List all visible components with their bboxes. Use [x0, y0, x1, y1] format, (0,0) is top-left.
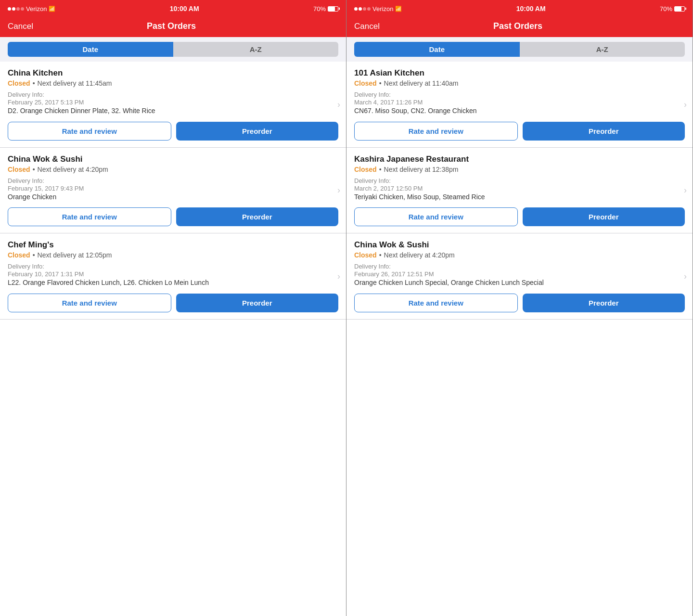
order-status-line: Closed • Next delivery at 11:45am: [8, 79, 338, 87]
order-name: China Wok & Sushi: [8, 154, 338, 164]
rate-and-review-button[interactable]: Rate and review: [354, 122, 518, 141]
segment-control: Date A-Z: [0, 37, 346, 62]
status-bar: Verizon 📶 10:00 AM 70%: [346, 0, 693, 17]
panel-right: Verizon 📶 10:00 AM 70% Cancel Past Order…: [346, 0, 693, 616]
next-delivery: Next delivery at 4:20pm: [38, 166, 108, 173]
order-actions: Rate and review Preorder: [354, 207, 685, 226]
delivery-info-label: Delivery Info:: [354, 263, 685, 270]
battery-icon: [328, 6, 338, 12]
next-delivery: Next delivery at 11:45am: [38, 79, 112, 87]
wifi-icon: 📶: [395, 6, 402, 12]
order-item: China Wok & Sushi Closed • Next delivery…: [346, 233, 693, 320]
order-name: Chef Ming's: [8, 240, 338, 250]
battery-percent: 70%: [660, 5, 672, 13]
signal-dot-4: [367, 7, 371, 11]
rate-and-review-button[interactable]: Rate and review: [354, 207, 518, 226]
order-name: 101 Asian Kitchen: [354, 68, 685, 78]
preorder-button[interactable]: Preorder: [523, 207, 685, 226]
chevron-right-icon: ›: [684, 185, 687, 195]
order-item: Kashira Japanese Restaurant Closed • Nex…: [346, 148, 693, 234]
preorder-button[interactable]: Preorder: [176, 122, 339, 141]
chevron-right-icon: ›: [337, 271, 340, 281]
status-right: 70%: [313, 5, 338, 13]
order-actions: Rate and review Preorder: [8, 122, 338, 141]
segment-date[interactable]: Date: [8, 42, 173, 57]
signal-dot-3: [16, 7, 20, 11]
preorder-button[interactable]: Preorder: [523, 294, 685, 312]
delivery-date: March 2, 2017 12:50 PM: [354, 185, 685, 192]
delivery-date: February 10, 2017 1:31 PM: [8, 270, 338, 278]
nav-bar: Cancel Past Orders: [0, 17, 346, 37]
preorder-button[interactable]: Preorder: [523, 122, 685, 141]
order-item: Chef Ming's Closed • Next delivery at 12…: [0, 233, 346, 320]
closed-badge: Closed: [8, 166, 30, 173]
status-left: Verizon 📶: [8, 5, 55, 13]
order-actions: Rate and review Preorder: [8, 207, 338, 226]
closed-badge: Closed: [354, 79, 377, 87]
orders-list: 101 Asian Kitchen Closed • Next delivery…: [346, 62, 693, 616]
segment-az[interactable]: A-Z: [520, 42, 685, 57]
preorder-button[interactable]: Preorder: [176, 294, 339, 312]
bullet: •: [379, 166, 382, 173]
segment-date[interactable]: Date: [354, 42, 520, 57]
cancel-button[interactable]: Cancel: [354, 22, 380, 31]
chevron-right-icon: ›: [337, 185, 340, 195]
bullet: •: [379, 79, 382, 87]
signal-dot-1: [8, 7, 11, 11]
delivery-date: February 15, 2017 9:43 PM: [8, 185, 338, 192]
order-item: China Kitchen Closed • Next delivery at …: [0, 62, 346, 148]
order-actions: Rate and review Preorder: [8, 294, 338, 312]
delivery-info-label: Delivery Info:: [354, 177, 685, 184]
order-name: China Wok & Sushi: [354, 240, 685, 250]
preorder-button[interactable]: Preorder: [176, 207, 339, 226]
carrier-label: Verizon: [372, 5, 393, 13]
status-left: Verizon 📶: [354, 5, 402, 13]
battery-bar: [674, 6, 685, 12]
signal-dot-3: [363, 7, 366, 11]
cancel-button[interactable]: Cancel: [8, 22, 33, 31]
order-actions: Rate and review Preorder: [354, 122, 685, 141]
signal-dot-1: [354, 7, 358, 11]
next-delivery: Next delivery at 12:38pm: [384, 166, 459, 173]
segment-az[interactable]: A-Z: [173, 42, 339, 57]
rate-and-review-button[interactable]: Rate and review: [8, 294, 171, 312]
segment-control: Date A-Z: [346, 37, 693, 62]
rate-and-review-button[interactable]: Rate and review: [8, 207, 171, 226]
battery-fill: [328, 7, 335, 11]
order-actions: Rate and review Preorder: [354, 294, 685, 312]
bullet: •: [33, 251, 35, 259]
order-item: 101 Asian Kitchen Closed • Next delivery…: [346, 62, 693, 148]
delivery-items: Teriyaki Chicken, Miso Soup, Steamed Ric…: [354, 192, 685, 202]
signal-dots: [354, 7, 371, 11]
order-name: China Kitchen: [8, 68, 338, 78]
signal-dot-2: [359, 7, 362, 11]
order-status-line: Closed • Next delivery at 12:38pm: [354, 166, 685, 173]
order-status-line: Closed • Next delivery at 4:20pm: [354, 251, 685, 259]
order-item: China Wok & Sushi Closed • Next delivery…: [0, 148, 346, 234]
page-title: Past Orders: [147, 21, 196, 31]
delivery-info-label: Delivery Info:: [8, 263, 338, 270]
bullet: •: [379, 251, 382, 259]
next-delivery: Next delivery at 11:40am: [384, 79, 459, 87]
status-time: 10:00 AM: [170, 5, 199, 13]
panel-left: Verizon 📶 10:00 AM 70% Cancel Past Order…: [0, 0, 346, 616]
delivery-date: March 4, 2017 11:26 PM: [354, 99, 685, 106]
battery-fill: [675, 7, 681, 11]
delivery-date: February 26, 2017 12:51 PM: [354, 270, 685, 278]
chevron-right-icon: ›: [684, 99, 687, 109]
delivery-items: Orange Chicken: [8, 192, 338, 202]
status-time: 10:00 AM: [516, 5, 546, 13]
rate-and-review-button[interactable]: Rate and review: [8, 122, 171, 141]
rate-and-review-button[interactable]: Rate and review: [354, 294, 518, 312]
order-name: Kashira Japanese Restaurant: [354, 154, 685, 164]
next-delivery: Next delivery at 12:05pm: [38, 251, 112, 259]
delivery-info-label: Delivery Info:: [354, 91, 685, 98]
battery-percent: 70%: [313, 5, 326, 13]
closed-badge: Closed: [8, 251, 30, 259]
page-title: Past Orders: [493, 21, 542, 31]
signal-dot-4: [21, 7, 24, 11]
battery-bar: [328, 6, 338, 12]
delivery-items: D2. Orange Chicken Dinner Plate, 32. Whi…: [8, 106, 338, 116]
delivery-items: L22. Orange Flavored Chicken Lunch, L26.…: [8, 278, 338, 288]
order-status-line: Closed • Next delivery at 11:40am: [354, 79, 685, 87]
